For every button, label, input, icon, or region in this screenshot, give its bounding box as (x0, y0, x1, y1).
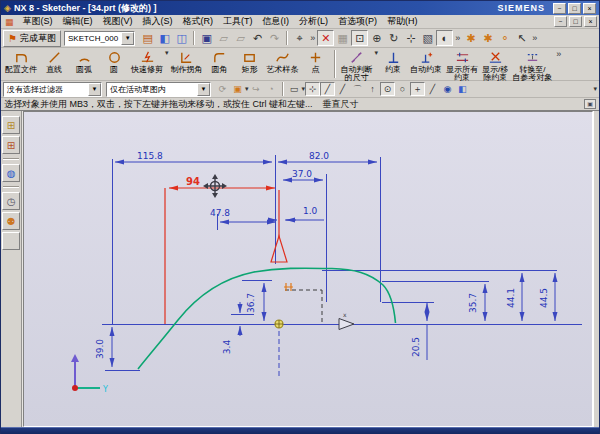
tool-show-remove-constraints[interactable]: 显示/移 除约束 (480, 49, 510, 82)
tool-show-all-constraints[interactable]: 显示所有 约束 (444, 49, 480, 82)
snap-overflow-chevron[interactable]: » (530, 33, 539, 43)
cancel-icon[interactable]: ✕ (317, 30, 334, 46)
redo-icon[interactable]: ↷ (266, 30, 283, 46)
snap-intersection-icon[interactable]: ↑ (365, 82, 380, 96)
tool-auto-constrain[interactable]: 自动约束 (408, 49, 444, 74)
menu-help[interactable]: 帮助(H) (382, 15, 423, 28)
tool-line[interactable]: 直线 (39, 49, 69, 74)
menu-analysis[interactable]: 分析(L) (294, 15, 333, 28)
display-sketch-icon[interactable]: ◫ (173, 30, 190, 46)
cursor-icon[interactable]: ↖ (513, 30, 530, 46)
dimension-values[interactable]: 115.8 82.0 94 37.0 1.0 47.8 36.7 3.4 39.… (95, 151, 549, 359)
tool-profile[interactable]: 配置文件 (3, 49, 39, 74)
snap-point-on-face-icon[interactable]: ◉ (440, 82, 455, 96)
tool-fillet[interactable]: 圆角 (205, 49, 235, 74)
pan-view-icon[interactable]: ⊹ (402, 30, 419, 46)
tool-circle[interactable]: 圆 (99, 49, 129, 74)
sketch-plane-icon[interactable]: ◧ (156, 30, 173, 46)
menu-tools[interactable]: 工具(T) (218, 15, 258, 28)
fit-view-icon[interactable]: ⊡ (351, 30, 368, 46)
snap-quadrant-icon[interactable]: ○ (395, 82, 410, 96)
tool-rectangle[interactable]: 矩形 (235, 49, 265, 74)
menu-view[interactable]: 视图(V) (98, 15, 138, 28)
scope-dropdown-icon[interactable]: ▼ (197, 83, 210, 96)
sketch-name-select[interactable]: SKETCH_000 ▼ (64, 31, 135, 46)
tool-point[interactable]: 点 (301, 49, 331, 74)
snap-point-a-icon[interactable]: ✱ (462, 30, 479, 46)
rotate-view-icon[interactable]: ↻ (385, 30, 402, 46)
selection-scope-select[interactable]: 仅在活动草图内 ▼ (106, 82, 211, 97)
child-minimize-button[interactable]: － (554, 16, 567, 27)
close-button[interactable]: × (583, 3, 596, 14)
toolbar-overflow-chevron[interactable]: » (308, 33, 317, 43)
history-icon[interactable]: ◷ (2, 192, 20, 210)
dimension-lines[interactable] (112, 162, 555, 367)
minimize-button[interactable]: － (553, 3, 566, 14)
roles-icon[interactable]: ⚉ (2, 212, 20, 230)
menu-sketch[interactable]: 草图(S) (18, 15, 58, 28)
tool-studio-spline[interactable]: 艺术样条 (265, 49, 301, 74)
child-restore-button[interactable]: □ (569, 16, 582, 27)
zoom-icon[interactable]: ⊕ (368, 30, 385, 46)
filter-dropdown-icon[interactable]: ▼ (88, 83, 101, 96)
rectangle-select-icon[interactable]: ▭ (287, 82, 302, 96)
menu-insert[interactable]: 插入(S) (138, 15, 178, 28)
child-close-button[interactable]: × (584, 16, 597, 27)
menu-preferences[interactable]: 首选项(P) (333, 15, 382, 28)
orient-sketch-icon[interactable]: ▤ (139, 30, 156, 46)
selection-filter-select[interactable]: 没有选择过滤器 ▼ (3, 82, 102, 97)
refresh-icon[interactable]: ⟳ (215, 82, 230, 96)
select-cursor-icon[interactable]: ⌖ (291, 30, 308, 46)
menu-edit[interactable]: 编辑(E) (58, 15, 98, 28)
part-navigator-icon[interactable]: ⊞ (2, 136, 20, 154)
sketch-name-dropdown-icon[interactable]: ▼ (121, 32, 134, 45)
selbar-overflow-icon[interactable]: ▾ (593, 85, 597, 93)
wireframe-view-icon[interactable]: ▦ (334, 30, 351, 46)
menu-information[interactable]: 信息(I) (258, 15, 295, 28)
palette-blank-button[interactable] (2, 232, 20, 250)
cut-icon[interactable]: ▱ (215, 30, 232, 46)
save-icon[interactable]: ▣ (198, 30, 215, 46)
undo-selection-icon[interactable]: ↪ (249, 82, 264, 96)
sketch-origin-point[interactable] (275, 320, 283, 328)
construction-dashed (279, 290, 322, 376)
snap-settings-icon[interactable]: ▣ (230, 82, 245, 96)
web-browser-icon[interactable]: ◍ (2, 164, 20, 182)
tool-arc[interactable]: 圆弧 (69, 49, 99, 74)
main-area: ⊞ ⊞ ◍ ◷ ⚉ (1, 111, 599, 427)
snap-endpoint-icon[interactable]: ⊹ (305, 82, 320, 96)
tool-make-corner[interactable]: 制作拐角 (169, 49, 205, 74)
tool-convert-to-reference[interactable]: 转换至/ 自参考对象 (510, 49, 554, 82)
undo-icon[interactable]: ↶ (249, 30, 266, 46)
deselect-icon[interactable]: ◔ (264, 82, 279, 96)
snap-point-c-icon[interactable]: ⚬ (496, 30, 513, 46)
maximize-button[interactable]: □ (568, 3, 581, 14)
x-axis-arrow[interactable]: x (339, 311, 354, 330)
sketch-canvas[interactable]: x Y (24, 112, 594, 426)
snap-point-b-icon[interactable]: ✱ (479, 30, 496, 46)
snap-arc-icon[interactable]: ⌒ (350, 82, 365, 96)
snap-point-on-curve-icon[interactable]: ╱ (425, 82, 440, 96)
datum-and-extension-lines[interactable] (102, 155, 582, 370)
snap-control-point-icon[interactable]: ╱ (335, 82, 350, 96)
copy-icon[interactable]: ▱ (232, 30, 249, 46)
tool-inferred-dimensions[interactable]: 自动判断 的尺寸 (339, 49, 375, 82)
snap-arc-center-icon[interactable]: ⊙ (380, 82, 395, 96)
snap-midpoint-icon[interactable]: ╱ (320, 82, 335, 96)
orient-view-icon[interactable]: ◐ (436, 30, 453, 46)
prompt-dialog-icon[interactable]: ▣ (584, 99, 596, 109)
snap-existing-point-icon[interactable]: ＋ (410, 82, 425, 96)
app-icon: ◈ (4, 3, 11, 13)
tools-overflow-chevron[interactable]: » (554, 49, 563, 59)
menu-format[interactable]: 格式(R) (178, 15, 219, 28)
finish-sketch-button[interactable]: ⚑ 完成草图 (3, 30, 61, 47)
snap-point-on-surface-icon[interactable]: ◧ (455, 82, 470, 96)
spline-curve[interactable] (138, 268, 396, 369)
assembly-navigator-icon[interactable]: ⊞ (2, 116, 20, 134)
graphics-window[interactable]: x Y (23, 111, 593, 427)
tool-quick-trim[interactable]: 快速修剪 (129, 49, 165, 74)
view-overflow-chevron[interactable]: » (453, 33, 462, 43)
tool-constraints[interactable]: 约束 (378, 49, 408, 74)
svg-text:x: x (343, 311, 347, 318)
shaded-view-icon[interactable]: ▧ (419, 30, 436, 46)
